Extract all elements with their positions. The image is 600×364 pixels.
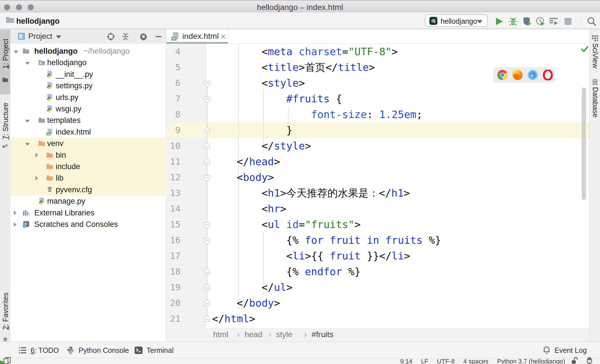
fold-end-marker[interactable] xyxy=(203,299,211,307)
tool-button-6-todo[interactable]: 6: TODO xyxy=(18,342,59,359)
extLib-icon xyxy=(22,209,30,217)
tree-item-manage-py[interactable]: manage.py xyxy=(10,195,166,207)
database-icon xyxy=(591,79,599,86)
tree-item-bin[interactable]: bin xyxy=(10,149,166,161)
debug-button[interactable] xyxy=(508,17,518,26)
tree-item-hellodjango[interactable]: hellodjango xyxy=(10,57,166,69)
fold-end-marker[interactable] xyxy=(203,126,211,134)
status-item[interactable]: 4 spaces xyxy=(463,358,488,364)
breadcrumb-item-fruits[interactable]: #fruits xyxy=(312,330,333,339)
status-item[interactable]: Python 3.7 (hellodjango) xyxy=(497,358,565,364)
tree-item-label: manage.py xyxy=(47,197,85,206)
tree-item-templates[interactable]: templates xyxy=(10,115,166,126)
fold-end-marker[interactable] xyxy=(203,267,211,275)
filePy-icon xyxy=(38,197,45,205)
status-item[interactable]: 9:14 xyxy=(400,358,413,364)
opera-icon[interactable] xyxy=(543,70,553,80)
tree-item-wsgi-py[interactable]: wsgi.py xyxy=(10,103,166,115)
expanded-arrow-icon[interactable] xyxy=(25,62,30,65)
expanded-arrow-icon[interactable] xyxy=(25,120,30,123)
code-text: </head> xyxy=(212,154,280,169)
line-number: 13 xyxy=(166,185,181,201)
status-item[interactable]: LF xyxy=(421,358,428,364)
tree-item-hellodjango[interactable]: hellodjango~/hellodjango xyxy=(10,45,166,57)
fatal-error-icon[interactable] xyxy=(586,357,593,364)
fileHtml-icon: H xyxy=(46,128,53,136)
fold-end-marker[interactable] xyxy=(203,315,211,323)
hide-panel-button[interactable] xyxy=(155,33,163,41)
tool-button-python-console[interactable]: Python Console xyxy=(66,342,129,359)
tool-window-switcher-icon[interactable] xyxy=(3,357,11,364)
folderOrange-icon xyxy=(38,140,45,147)
code-editor[interactable]: 4 <meta charset="UTF-8">5 <title>首页</tit… xyxy=(166,44,589,328)
tree-item-pyvenv-cfg[interactable]: pyvenv.cfg xyxy=(10,184,166,196)
collapsed-arrow-icon[interactable] xyxy=(14,222,17,227)
expanded-arrow-icon[interactable] xyxy=(25,143,30,146)
run-configuration-name: hellodjango xyxy=(441,17,477,25)
breadcrumb-item-html[interactable]: html xyxy=(213,330,228,339)
run-button[interactable] xyxy=(494,17,504,26)
fold-start-marker[interactable] xyxy=(203,237,211,245)
tree-item-external-libraries[interactable]: External Libraries xyxy=(10,207,166,219)
project-tree: hellodjango~/hellodjangohellodjango__ini… xyxy=(10,44,166,342)
project-view-icon xyxy=(18,33,25,40)
toolbar-project-name[interactable]: hellodjango xyxy=(16,17,60,26)
tab-close-icon[interactable]: ✕ xyxy=(220,32,226,41)
safari-icon[interactable] xyxy=(527,70,538,80)
tree-item-include[interactable]: include xyxy=(10,161,166,173)
settings-gear-icon[interactable] xyxy=(139,33,147,41)
concurrency-diagram-button[interactable] xyxy=(549,17,559,26)
fold-start-marker[interactable] xyxy=(203,96,211,104)
stripe-folder-icon xyxy=(2,77,9,83)
stripe-tab-label: 1: Project xyxy=(1,39,10,69)
chevron-down-icon xyxy=(477,20,483,23)
tree-item-urls-py[interactable]: urls.py xyxy=(10,92,166,103)
tree-item-lib[interactable]: lib xyxy=(10,172,166,184)
collapsed-arrow-icon[interactable] xyxy=(35,153,38,157)
run-with-coverage-button[interactable] xyxy=(522,17,532,26)
tree-item-label: templates xyxy=(47,116,81,125)
line-number: 12 xyxy=(166,169,181,185)
collapsed-arrow-icon[interactable] xyxy=(35,176,38,181)
tree-item-index-html[interactable]: Hindex.html xyxy=(10,126,166,138)
fold-start-marker[interactable] xyxy=(203,80,211,88)
tree-item-venv[interactable]: venv xyxy=(10,138,166,149)
fold-end-marker[interactable] xyxy=(203,283,211,291)
collapse-all-button[interactable] xyxy=(121,33,129,41)
tree-item-scratches-and-consoles[interactable]: Scratches and Consoles xyxy=(10,219,166,230)
project-panel-title[interactable]: Project xyxy=(28,32,52,41)
code-text: #fruits { xyxy=(212,91,342,107)
tool-button-event-log[interactable]: Event Log xyxy=(542,342,587,359)
tree-item-__init__-py[interactable]: __init__.py xyxy=(10,69,166,80)
chrome-icon[interactable] xyxy=(497,70,508,80)
lock-icon[interactable] xyxy=(571,357,578,364)
fold-start-marker[interactable] xyxy=(203,222,211,230)
run-configuration-select[interactable]: dj hellodjango xyxy=(425,14,488,27)
stop-button[interactable] xyxy=(564,17,572,25)
editor-scrollbar[interactable] xyxy=(582,87,586,200)
status-item[interactable]: UTF-8 xyxy=(437,358,455,364)
stripe-tab-sciview[interactable]: SciView xyxy=(591,43,599,68)
stripe-tab-database[interactable]: Database xyxy=(591,87,599,117)
profile-button[interactable] xyxy=(536,17,545,26)
tree-item-label: urls.py xyxy=(56,93,79,102)
tree-item-settings-py[interactable]: settings.py xyxy=(10,80,166,92)
tree-item-label: External Libraries xyxy=(34,209,94,217)
code-text: {% for fruit in fruits %} xyxy=(212,232,441,248)
collapsed-arrow-icon[interactable] xyxy=(14,211,17,215)
tree-item-label: index.html xyxy=(56,128,91,137)
code-line-16: 16 {% for fruit in fruits %} xyxy=(166,232,589,248)
fold-end-marker[interactable] xyxy=(203,142,211,150)
tab-index-html[interactable]: H index.html ✕ xyxy=(166,29,228,44)
firefox-icon[interactable] xyxy=(512,70,523,80)
fold-end-marker[interactable] xyxy=(203,157,211,165)
tool-button-terminal[interactable]: Terminal xyxy=(134,342,173,359)
breadcrumb-item-style[interactable]: style xyxy=(276,330,293,339)
search-everywhere-icon[interactable] xyxy=(587,17,597,26)
fold-start-marker[interactable] xyxy=(203,175,211,183)
inspections-ok-icon[interactable] xyxy=(581,45,588,53)
locate-file-button[interactable] xyxy=(107,33,115,41)
breadcrumb-item-head[interactable]: head xyxy=(245,330,262,339)
stripe-tab-label: 2: Favorites xyxy=(1,293,10,330)
expanded-arrow-icon[interactable] xyxy=(14,51,18,53)
